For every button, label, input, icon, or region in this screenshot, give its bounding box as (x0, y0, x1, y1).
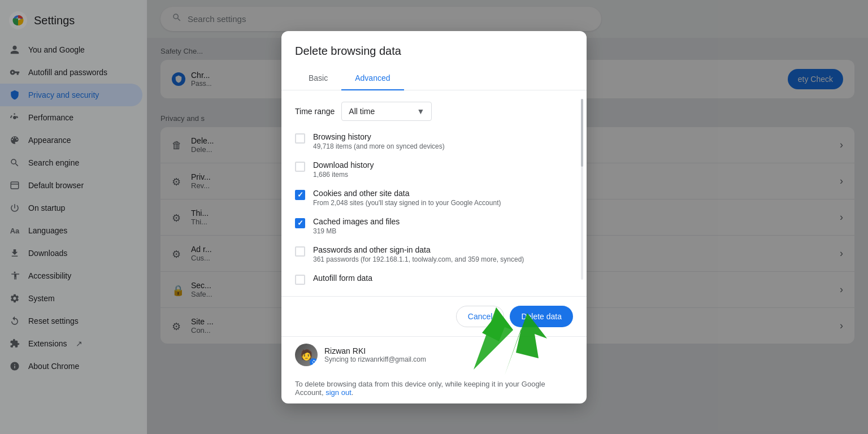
modal-body: Time range All time ▼ Browsing history 4… (281, 90, 587, 296)
user-sync-text: Syncing to rizwanrkiff@gmail.com (324, 355, 426, 363)
download-history-title: Download history (313, 160, 573, 170)
browsing-history-checkbox[interactable] (295, 133, 305, 144)
checkbox-autofill: Autofill form data (295, 274, 573, 285)
autofill-checkbox[interactable] (295, 275, 305, 285)
modal-actions: Cancel Delete data (281, 297, 587, 336)
cached-checkbox[interactable] (295, 218, 305, 228)
modal-scrollbar[interactable] (581, 99, 583, 280)
checkbox-cached: Cached images and files 319 MB (295, 217, 573, 235)
tab-basic[interactable]: Basic (295, 67, 341, 90)
modal-info-suffix: . (351, 388, 354, 397)
user-info: Rizwan RKI Syncing to rizwanrkiff@gmail.… (324, 346, 426, 363)
delete-data-button[interactable]: Delete data (510, 306, 573, 327)
checkbox-browsing-history: Browsing history 49,718 items (and more … (295, 132, 573, 150)
modal-title: Delete browsing data (295, 45, 573, 58)
browsing-history-sub: 49,718 items (and more on synced devices… (313, 142, 573, 150)
checkbox-download-history: Download history 1,686 items (295, 160, 573, 179)
passwords-title: Passwords and other sign-in data (313, 245, 573, 254)
user-profile-row: 🧑 Rizwan RKI Syncing to rizwanrkiff@gmai… (281, 336, 587, 373)
time-range-label: Time range (295, 107, 335, 116)
modal-header: Delete browsing data Basic Advanced (281, 31, 587, 90)
sign-out-link[interactable]: sign out (326, 388, 351, 397)
checkbox-passwords: Passwords and other sign-in data 361 pas… (295, 245, 573, 263)
passwords-checkbox[interactable] (295, 246, 305, 257)
passwords-sub: 361 passwords (for 192.168.1.1, toolwaly… (313, 255, 573, 263)
time-range-value: All time (349, 107, 375, 116)
cookies-checkbox[interactable] (295, 190, 305, 200)
dropdown-arrow-icon: ▼ (416, 107, 424, 116)
cancel-button[interactable]: Cancel (456, 306, 505, 327)
modal-overlay: Delete browsing data Basic Advanced Time… (0, 0, 868, 434)
tab-advanced[interactable]: Advanced (341, 67, 403, 90)
checkbox-cookies: Cookies and other site data From 2,048 s… (295, 189, 573, 207)
modal-info-row: To delete browsing data from this device… (281, 373, 587, 403)
cached-sub: 319 MB (313, 227, 573, 235)
avatar: 🧑 (295, 344, 318, 366)
browsing-history-title: Browsing history (313, 132, 573, 141)
sync-badge (310, 358, 318, 366)
cached-title: Cached images and files (313, 217, 573, 226)
cookies-sub: From 2,048 sites (you'll stay signed in … (313, 199, 573, 207)
autofill-title: Autofill form data (313, 274, 573, 283)
delete-browsing-data-modal: Delete browsing data Basic Advanced Time… (281, 31, 587, 403)
user-name: Rizwan RKI (324, 346, 426, 355)
time-range-row: Time range All time ▼ (295, 102, 573, 121)
cookies-title: Cookies and other site data (313, 189, 573, 198)
time-range-select[interactable]: All time ▼ (341, 102, 432, 121)
download-history-sub: 1,686 items (313, 171, 573, 179)
download-history-checkbox[interactable] (295, 162, 305, 172)
modal-tabs: Basic Advanced (281, 67, 587, 90)
modal-scrollbar-thumb (581, 99, 583, 167)
modal-footer: Cancel Delete data 🧑 Rizwan RKI Syncing … (281, 296, 587, 403)
